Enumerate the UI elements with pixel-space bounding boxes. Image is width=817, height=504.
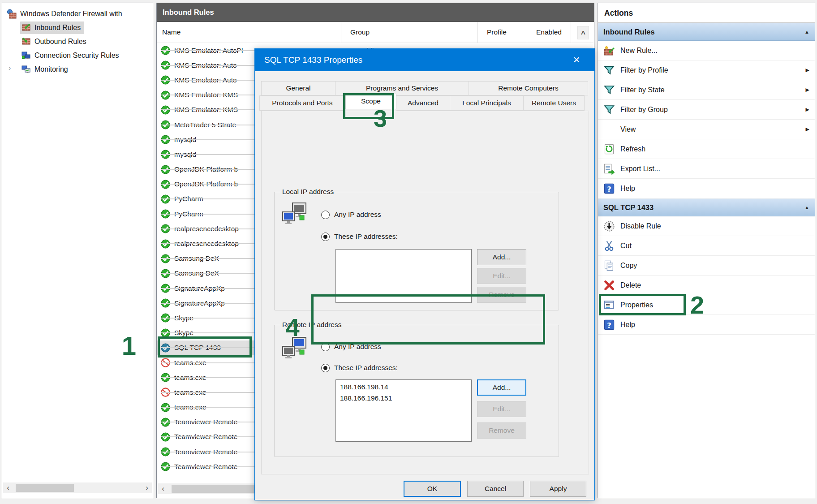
tree-item-monitoring[interactable]: ›Monitoring [2,62,153,76]
tree-item-content: Outbound Rules [20,35,90,48]
radio-selected-icon[interactable] [321,364,330,372]
action-properties[interactable]: Properties2 [598,295,815,315]
ok-button[interactable]: OK [404,481,461,497]
apply-button[interactable]: Apply [530,481,586,497]
expander-icon[interactable]: › [9,64,11,72]
submenu-arrow-icon: ▶ [806,67,809,73]
tree-item-connection-security-rules[interactable]: Connection Security Rules [2,48,153,62]
refresh-icon [603,143,615,155]
rules-panel-title: Inbound Rules [157,3,594,22]
action-label: Delete [620,281,641,289]
remote-these-ip-radio[interactable]: These IP addresses: [321,363,398,372]
local-ip-listbox[interactable] [335,249,472,303]
tab-remote-users[interactable]: Remote Users [524,95,585,111]
tree-horizontal-scrollbar[interactable]: ‹ › [3,482,152,493]
local-any-ip-label: Any IP address [334,211,381,219]
tree-item-inbound-rules[interactable]: Inbound Rules [2,21,153,34]
cut-icon [603,240,615,252]
remote-ip-item[interactable]: 188.166.198.14 [340,381,467,392]
tree-scrollbar-thumb[interactable] [16,484,74,492]
action-label: Cut [620,242,632,250]
dialog-title-bar[interactable]: SQL TCP 1433 Properties × [255,49,594,71]
tab-protocols-and-ports[interactable]: Protocols and Ports [259,95,345,111]
tree-item-label: Connection Security Rules [34,52,119,60]
actions-section-header-sql-tcp-1433[interactable]: SQL TCP 1433▲ [598,198,815,216]
action-filter-by-group[interactable]: Filter by Group▶ [598,100,815,120]
column-header-profile[interactable]: Profile [478,22,527,43]
action-cut[interactable]: Cut [598,236,815,256]
scroll-right-icon[interactable]: › [142,482,152,493]
tree-item-label: Outbound Rules [34,38,86,46]
radio-selected-icon[interactable] [321,233,330,241]
tab-general[interactable]: General [261,81,335,95]
tab-remote-computers[interactable]: Remote Computers [469,81,588,95]
local-edit-button: Edit... [477,268,526,284]
remote-ip-item[interactable]: 188.166.196.151 [340,392,467,404]
properties-icon [603,299,615,311]
rules-scrollbar-thumb[interactable] [172,485,257,493]
remote-any-ip-label: Any IP address [334,343,381,351]
remote-ip-group-label: Remote IP address [280,321,344,329]
radio-icon[interactable] [321,343,330,351]
column-header-name[interactable]: Name [157,22,341,43]
outbound-rules-icon [21,37,31,47]
remote-computers-icon [282,336,310,362]
action-filter-by-state[interactable]: Filter by State▶ [598,80,815,100]
column-header-group[interactable]: Group [341,22,478,43]
close-icon[interactable]: × [565,49,588,71]
scroll-left-icon[interactable]: ‹ [158,483,168,494]
firewall-root-icon [7,9,17,19]
submenu-arrow-icon: ▶ [806,126,809,132]
remote-ip-group: Remote IP address Any IP address These I… [274,325,559,457]
action-help[interactable]: ?Help [598,179,815,198]
radio-icon[interactable] [321,211,330,219]
column-header-enabled[interactable]: Enabled [527,22,571,43]
action-view[interactable]: View▶ [598,120,815,139]
filter-icon [603,84,615,96]
collapse-icon[interactable]: ▲ [804,205,809,210]
section-header-label: SQL TCP 1433 [603,203,654,212]
action-filter-by-profile[interactable]: Filter by Profile▶ [598,60,815,80]
action-export-list[interactable]: Export List... [598,159,815,179]
actions-title: Actions [598,3,815,23]
submenu-arrow-icon: ▶ [806,87,809,93]
tree-item-windows-defender-firewall-with[interactable]: Windows Defender Firewall with [2,7,153,21]
scroll-up-icon[interactable]: ^ [577,26,589,39]
scroll-left-icon[interactable]: ‹ [3,482,13,493]
action-disable-rule[interactable]: Disable Rule [598,216,815,236]
new-rule-icon [603,45,615,56]
action-help[interactable]: ?Help [598,315,815,335]
action-copy[interactable]: Copy [598,256,815,276]
submenu-arrow-icon: ▶ [806,107,809,112]
remote-these-ip-label: These IP addresses: [334,364,398,372]
action-label: Properties [620,301,653,309]
actions-content: Inbound Rules▲New Rule...Filter by Profi… [598,23,815,335]
local-these-ip-radio[interactable]: These IP addresses: [321,232,398,241]
cancel-button[interactable]: Cancel [467,481,524,497]
remote-any-ip-radio[interactable]: Any IP address [321,342,381,351]
action-label: Help [620,185,635,193]
action-label: Copy [620,262,637,270]
local-ip-group: Local IP address Any IP address These IP… [274,192,559,310]
export-list-icon [603,163,615,175]
action-delete[interactable]: Delete [598,276,815,295]
action-refresh[interactable]: Refresh [598,139,815,159]
actions-section-header-inbound-rules[interactable]: Inbound Rules▲ [598,23,815,41]
properties-dialog: SQL TCP 1433 Properties × GeneralProgram… [254,48,595,500]
actions-panel: Actions Inbound Rules▲New Rule...Filter … [598,3,815,498]
tab-local-principals[interactable]: Local Principals [450,95,524,111]
tree-item-content: Windows Defender Firewall with [6,8,126,20]
local-add-button[interactable]: Add... [477,249,526,265]
tab-row-1: GeneralPrograms and ServicesRemote Compu… [255,81,594,95]
local-any-ip-radio[interactable]: Any IP address [321,210,381,219]
tab-advanced[interactable]: Advanced [396,95,450,111]
remote-ip-listbox[interactable]: 188.166.198.14 188.166.196.151 [335,379,472,442]
tab-scope[interactable]: Scope3 [345,94,396,109]
tree-item-outbound-rules[interactable]: Outbound Rules [2,34,153,48]
collapse-icon[interactable]: ▲ [804,29,809,34]
column-header-row: Name Group Profile Enabled ^ [157,22,594,43]
action-new-rule[interactable]: New Rule... [598,41,815,60]
local-computers-icon [282,202,310,228]
remote-add-button[interactable]: Add... [477,379,526,396]
remote-edit-button: Edit... [477,401,526,417]
